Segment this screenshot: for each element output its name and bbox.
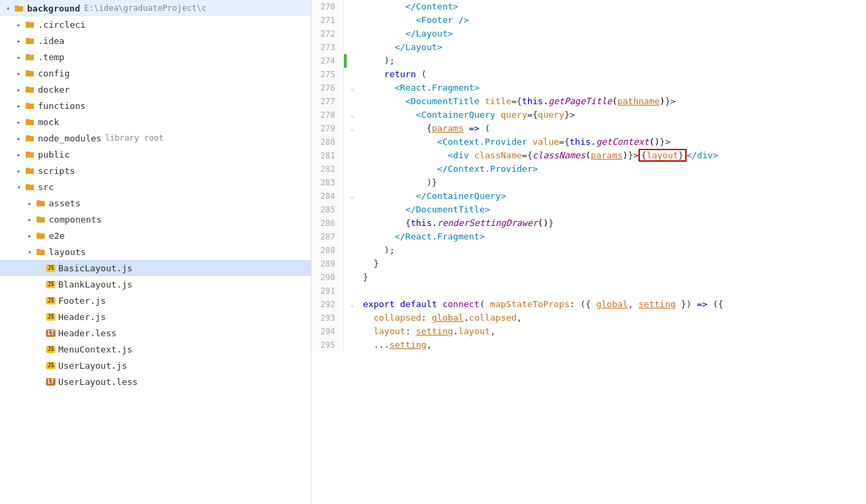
fold-280 [347,135,358,149]
line-num-273: 273 [311,41,344,54]
src-arrow [14,181,24,192]
fold-283 [347,176,358,189]
blanklayout-arrow [35,279,46,290]
node-modules-label: node_modules [38,133,102,143]
mock-label: mock [38,117,59,127]
line-num-295: 295 [311,338,344,352]
mock-arrow [14,116,24,127]
idea-arrow [14,35,24,46]
code-line-279: 279 {params => ( [311,122,866,135]
code-line-277: 277 <DocumentTitle title={this.getPageTi… [311,95,866,108]
tree-item-menucontext-js[interactable]: JS MenuContext.js [0,341,311,357]
basiclayout-label: BasicLayout.js [58,263,133,273]
line-content-280: <Context.Provider value={this.getContext… [358,135,866,149]
scripts-label: scripts [38,166,75,176]
tree-item-idea[interactable]: .idea [0,32,311,49]
tree-item-e2e[interactable]: e2e [0,227,311,244]
footer-label: Footer.js [58,296,106,306]
tree-item-functions[interactable]: functions [0,97,311,114]
code-line-295: 295 ...setting, [311,338,866,352]
line-num-288: 288 [311,244,344,257]
line-content-289: } [358,257,866,271]
tree-item-config[interactable]: config [0,65,311,81]
tree-item-basiclayout-js[interactable]: JS BasicLayout.js [0,260,311,276]
config-label: config [38,68,70,78]
code-line-288: 288 ); [311,244,866,257]
tree-item-assets[interactable]: assets [0,195,311,211]
code-line-281: 281 <div className={classNames(params)}>… [311,149,866,162]
line-content-276: <React.Fragment> [358,81,866,95]
menucontext-badge: JS [46,346,56,353]
fold-275 [347,68,358,81]
tree-root[interactable]: background E:\idea\graduateProject\c [0,0,311,16]
code-line-275: 275 return ( [311,68,866,81]
userlayout-less-label: UserLayout.less [58,377,137,387]
line-content-278: <ContainerQuery query={query}> [358,108,866,122]
e2e-label: e2e [49,231,64,241]
code-line-270: 270 </Content> [311,0,866,14]
line-content-277: <DocumentTitle title={this.getPageTitle(… [358,95,866,108]
code-line-289: 289 } [311,257,866,271]
tree-item-components[interactable]: components [0,211,311,227]
line-num-281: 281 [311,149,344,162]
tree-item-public[interactable]: public [0,146,311,162]
tree-item-scripts[interactable]: scripts [0,162,311,179]
basiclayout-arrow [35,262,46,273]
fold-292[interactable] [347,298,358,311]
tree-item-layouts[interactable]: layouts [0,244,311,260]
code-line-287: 287 </React.Fragment> [311,230,866,244]
tree-item-header-less[interactable]: LT Header.less [0,325,311,341]
tree-item-blanklayout-js[interactable]: JS BlankLayout.js [0,276,311,292]
fold-290 [347,271,358,284]
mock-folder-icon [24,116,35,127]
temp-folder-icon [24,51,35,62]
tree-item-userlayout-js[interactable]: JS UserLayout.js [0,357,311,373]
tree-item-temp[interactable]: .temp [0,49,311,65]
userlayout-less-badge: LT [46,378,56,386]
tree-item-node-modules[interactable]: node_modules library root [0,130,311,146]
code-line-278: 278 <ContainerQuery query={query}> [311,108,866,122]
tree-item-mock[interactable]: mock [0,114,311,130]
tree-item-userlayout-less[interactable]: LT UserLayout.less [0,373,311,390]
tree-item-docker[interactable]: docker [0,81,311,97]
header-js-label: Header.js [58,312,106,322]
line-num-294: 294 [311,325,344,338]
line-num-277: 277 [311,95,344,108]
tree-item-header-js[interactable]: JS Header.js [0,308,311,325]
fold-272 [347,27,358,41]
line-content-272: </Layout> [358,27,866,41]
node-modules-folder-icon [24,133,35,143]
fold-276[interactable] [347,81,358,95]
file-tree[interactable]: background E:\idea\graduateProject\c .ci… [0,0,311,504]
basiclayout-badge: JS [46,265,56,272]
code-line-272: 272 </Layout> [311,27,866,41]
tree-item-circleci[interactable]: .circleci [0,16,311,32]
line-content-279: {params => ( [358,122,866,135]
scripts-folder-icon [24,165,35,176]
temp-arrow [14,51,24,62]
footer-arrow [35,295,46,306]
line-num-278: 278 [311,108,344,122]
fold-291 [347,284,358,298]
fold-279[interactable] [347,122,358,135]
e2e-folder-icon [35,230,46,241]
tree-item-footer-js[interactable]: JS Footer.js [0,292,311,308]
footer-badge: JS [46,297,56,304]
line-content-287: </React.Fragment> [358,230,866,244]
header-less-badge: LT [46,329,56,337]
e2e-arrow [24,230,35,241]
code-line-280: 280 <Context.Provider value={this.getCon… [311,135,866,149]
fold-284[interactable] [347,189,358,203]
idea-label: .idea [38,36,64,46]
fold-278[interactable] [347,108,358,122]
line-content-286: {this.renderSettingDrawer()} [358,216,866,230]
line-num-289: 289 [311,257,344,271]
code-line-294: 294 layout: setting.layout, [311,325,866,338]
layouts-label: layouts [49,247,86,257]
fold-270 [347,0,358,14]
root-path: E:\idea\graduateProject\c [84,3,207,13]
tree-item-src[interactable]: src [0,179,311,195]
fold-286 [347,216,358,230]
scripts-arrow [14,165,24,176]
code-line-271: 271 <Footer /> [311,14,866,27]
